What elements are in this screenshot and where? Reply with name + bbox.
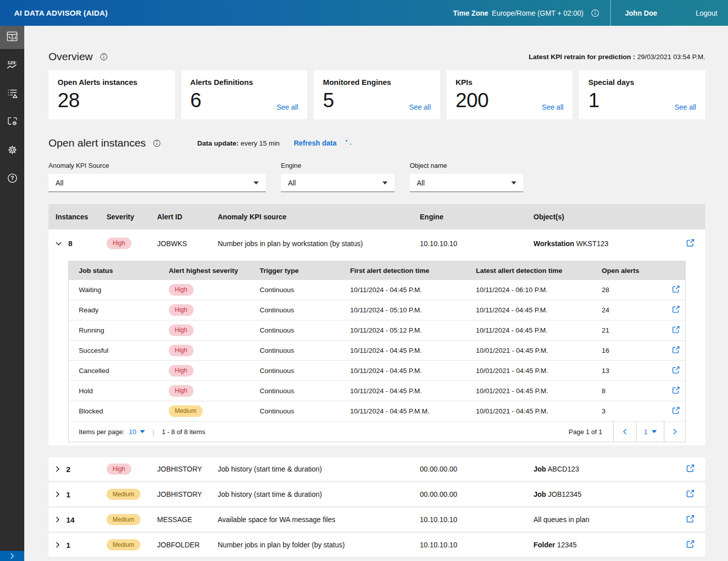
external-link-icon[interactable]	[672, 325, 680, 335]
caret-down-icon	[511, 181, 516, 184]
refresh-data-link[interactable]: Refresh data	[294, 139, 336, 147]
severity-badge: Medium	[107, 539, 140, 550]
alert-row[interactable]: 1 Medium JOBFOLDER Number jobs in plan b…	[48, 533, 705, 556]
see-all-link[interactable]: See all	[674, 103, 696, 111]
nested-table-row: Cancelled High Continuous 10/11/2024 - 0…	[69, 361, 685, 381]
external-link-icon[interactable]	[686, 540, 695, 550]
object-prefix: Folder	[533, 541, 555, 549]
first-detection-cell: 10/11/2024 - 04:45 P.M.M.	[350, 407, 476, 415]
sidebar: 123·	[0, 26, 24, 561]
sidebar-item-alert-definitions[interactable]	[0, 82, 24, 106]
first-detection-cell: 10/11/2024 - 04:45 P.M.	[350, 367, 476, 375]
job-status-cell: Running	[79, 326, 169, 334]
latest-detection-cell: 10/11/2024 - 04:45 P.M.	[476, 326, 602, 334]
caret-down-icon	[254, 181, 259, 184]
kpi-source-cell: Job history (start time & duration)	[218, 490, 420, 498]
engine-cell: 10.10.10.10	[420, 516, 533, 524]
alert-row[interactable]: 1 Medium JOBHISTORY Job history (start t…	[48, 483, 705, 506]
open-alerts-cell: 8	[602, 387, 666, 395]
trigger-type-cell: Continuous	[260, 286, 350, 294]
object-prefix: Job	[533, 490, 546, 498]
nested-table-row: Succesful High Continuous 10/11/2024 - 0…	[69, 341, 685, 361]
external-link-icon[interactable]	[672, 305, 680, 315]
job-status-cell: Ready	[79, 306, 169, 314]
sidebar-item-kpis[interactable]: 123·	[0, 54, 24, 77]
svg-text:?: ?	[11, 175, 14, 181]
alert-row[interactable]: 2 High JOBHISTORY Job history (start tim…	[48, 457, 705, 481]
job-status-cell: Waiting	[79, 286, 169, 294]
col-instances: Instances	[56, 213, 107, 221]
filter-select[interactable]: All	[281, 174, 395, 192]
refresh-icon[interactable]	[343, 140, 351, 149]
next-page-button[interactable]	[664, 422, 685, 442]
engine-cell: 10.10.10.10	[420, 541, 533, 549]
open-alerts-cell: 21	[602, 326, 666, 334]
col-kpi-source: Anomaly KPI source	[218, 213, 420, 221]
severity-badge: Medium	[107, 514, 140, 525]
external-link-icon[interactable]	[686, 464, 695, 474]
sidebar-item-dashboard[interactable]	[0, 26, 24, 49]
expand-chevron-icon[interactable]	[56, 517, 60, 523]
expanded-alert-row-card: 8 High JOBWKS Number jobs in plan by wor…	[48, 229, 705, 445]
page-select[interactable]: 1	[636, 422, 664, 442]
card-value: 28	[58, 89, 166, 112]
severity-badge: Medium	[107, 489, 140, 500]
filter-select[interactable]: All	[48, 174, 266, 192]
chevron-right-icon	[673, 429, 677, 435]
user-name[interactable]: John Doe	[625, 9, 657, 17]
alerts-table-header: Instances Severity Alert ID Anomaly KPI …	[48, 204, 705, 229]
sidebar-item-settings[interactable]	[0, 139, 24, 162]
items-per-page-select[interactable]: 10	[129, 428, 144, 436]
object-value: 12345	[557, 541, 577, 549]
alerts-table-rows: 2 High JOBHISTORY Job history (start tim…	[48, 457, 705, 556]
external-link-icon[interactable]	[672, 366, 680, 376]
external-link-icon[interactable]	[686, 239, 695, 249]
kpi-source-cell: Job history (start time & duration)	[218, 465, 420, 473]
see-all-link[interactable]: See all	[409, 103, 431, 111]
open-alerts-info-icon[interactable]	[153, 139, 161, 147]
logout-button[interactable]: Logout	[696, 9, 717, 17]
filter-label: Anomaly KPI Source	[48, 162, 266, 169]
see-all-link[interactable]: See all	[542, 103, 564, 111]
alert-id-cell: JOBWKS	[157, 240, 218, 248]
see-all-link[interactable]: See all	[276, 103, 298, 111]
expand-chevron-icon[interactable]	[56, 542, 60, 548]
sidebar-expand-button[interactable]	[0, 551, 24, 561]
sidebar-item-engines[interactable]	[0, 111, 24, 134]
col-objects: Object(s)	[533, 213, 675, 221]
expand-chevron-icon[interactable]	[56, 466, 60, 472]
alert-row[interactable]: 14 Medium MESSAGE Available space for WA…	[48, 508, 705, 531]
instances-count: 8	[68, 239, 72, 248]
alert-id-cell: JOBFOLDER	[157, 541, 218, 549]
object-prefix: Workstation	[533, 240, 574, 248]
svg-text:123·: 123·	[8, 60, 17, 65]
alert-definitions-icon	[7, 88, 18, 100]
caret-down-icon	[382, 181, 387, 184]
overview-info-icon[interactable]	[100, 53, 108, 61]
trigger-type-cell: Continuous	[260, 367, 350, 375]
help-icon: ?	[7, 173, 18, 185]
external-link-icon[interactable]	[686, 515, 695, 525]
external-link-icon[interactable]	[686, 489, 695, 499]
alert-row[interactable]: 8 High JOBWKS Number jobs in plan by wor…	[48, 229, 705, 257]
app-title: AI DATA ADVISOR (AIDA)	[0, 9, 108, 17]
external-link-icon[interactable]	[672, 285, 680, 295]
prev-page-button[interactable]	[613, 422, 636, 442]
sidebar-item-help[interactable]: ?	[0, 167, 24, 191]
external-link-icon[interactable]	[672, 406, 680, 416]
filter-select[interactable]: All	[410, 174, 523, 192]
kpi-source-cell: Number jobs in plan by folder (by status…	[218, 541, 420, 549]
card-title: Alerts Definitions	[190, 78, 299, 86]
collapse-chevron-icon[interactable]	[56, 242, 62, 246]
alerts-table: Instances Severity Alert ID Anomaly KPI …	[48, 204, 705, 556]
expand-chevron-icon[interactable]	[56, 491, 60, 497]
alert-id-cell: JOBHISTORY	[157, 490, 218, 498]
external-link-icon[interactable]	[672, 386, 680, 396]
filter: Anomaly KPI Source All	[48, 162, 266, 192]
external-link-icon[interactable]	[672, 346, 680, 355]
kpi-retrain-info: Latest KPI retrain for prediction : 29/0…	[529, 53, 705, 61]
timezone-info-icon[interactable]	[591, 9, 599, 17]
filter-value: All	[417, 179, 425, 187]
data-update-value: every 15 min	[240, 139, 279, 147]
nested-table-row: Ready High Continuous 10/11/2024 - 05:10…	[69, 300, 685, 320]
